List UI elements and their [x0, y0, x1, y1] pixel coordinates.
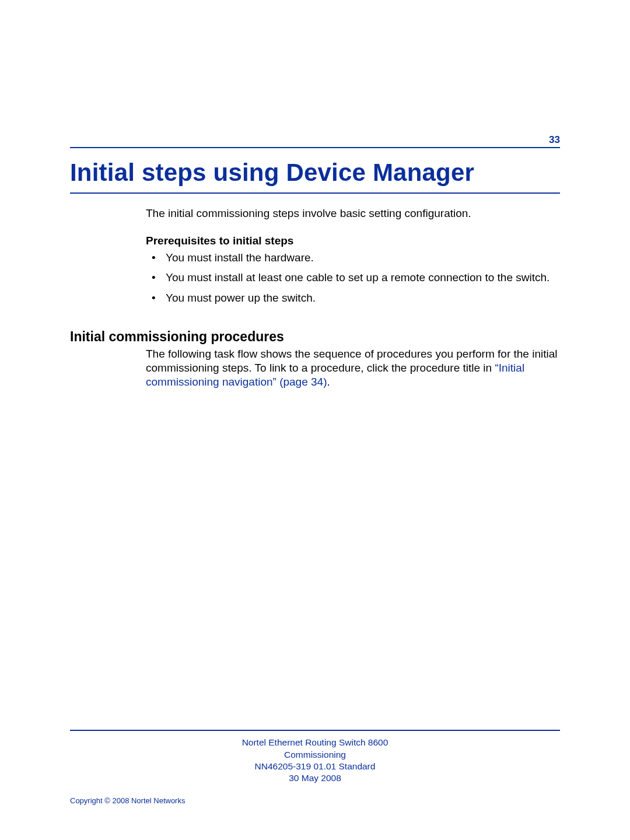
procedure-text-post: .: [327, 376, 330, 388]
page-footer: Nortel Ethernet Routing Switch 8600 Comm…: [70, 730, 560, 784]
title-underline-rule: [70, 192, 560, 194]
footer-line-product: Nortel Ethernet Routing Switch 8600: [70, 737, 560, 748]
list-item: You must power up the switch.: [162, 291, 560, 306]
section-heading: Initial commissioning procedures: [70, 329, 560, 345]
list-item: You must install the hardware.: [162, 251, 560, 265]
prerequisites-list: You must install the hardware. You must …: [146, 251, 560, 306]
procedure-paragraph: The following task flow shows the sequen…: [146, 347, 560, 390]
footer-line-date: 30 May 2008: [70, 772, 560, 784]
footer-line-doc: Commissioning: [70, 749, 560, 761]
footer-rule: [70, 730, 560, 731]
chapter-title: Initial steps using Device Manager: [70, 159, 560, 187]
top-rule: [70, 147, 560, 148]
page-number: 33: [549, 134, 560, 146]
list-item: You must install at least one cable to s…: [162, 271, 560, 285]
footer-line-number: NN46205-319 01.01 Standard: [70, 761, 560, 772]
footer-copyright: Copyright © 2008 Nortel Networks: [70, 796, 185, 805]
intro-paragraph: The initial commissioning steps involve …: [146, 206, 560, 220]
prerequisites-heading: Prerequisites to initial steps: [146, 235, 560, 247]
